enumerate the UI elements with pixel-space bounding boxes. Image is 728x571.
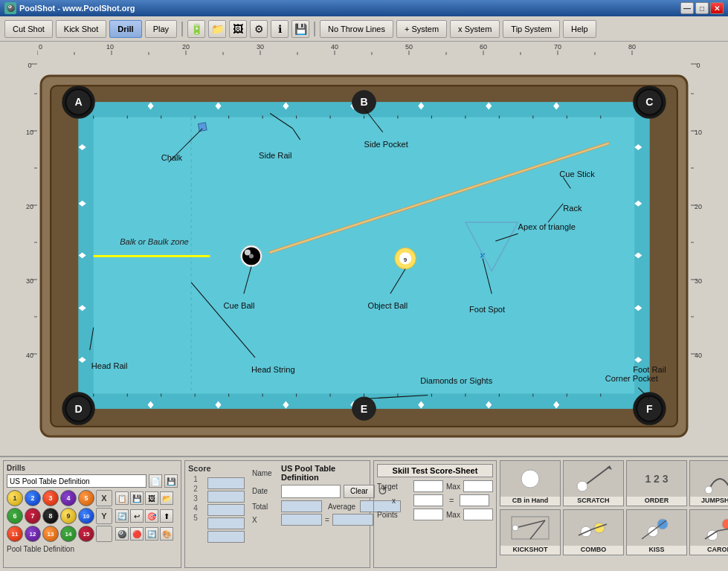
settings-icon-button[interactable]: ⚙ bbox=[250, 20, 268, 38]
help-button[interactable]: Help bbox=[563, 20, 596, 38]
svg-text:0: 0 bbox=[696, 62, 700, 69]
row-icon-5[interactable]: 🔄 bbox=[115, 509, 129, 523]
image-icon-button[interactable]: 🖼 bbox=[229, 20, 247, 38]
x-result-input[interactable] bbox=[332, 514, 373, 526]
row-icon-11[interactable]: 🔄 bbox=[145, 527, 158, 541]
ball-7[interactable]: 7 bbox=[25, 508, 41, 524]
scratch-card[interactable]: SCRATCH bbox=[563, 460, 624, 506]
date-label: Date bbox=[252, 487, 278, 495]
skill-test-title: Skill Test Score-Sheet bbox=[377, 464, 493, 477]
maximize-button[interactable]: □ bbox=[695, 2, 709, 14]
max-input-1[interactable] bbox=[463, 480, 493, 492]
ball-1[interactable]: 1 bbox=[7, 490, 23, 506]
skill-result-input[interactable] bbox=[460, 494, 489, 506]
row-icon-1[interactable]: 📋 bbox=[115, 491, 129, 505]
row-icon-12[interactable]: 🎨 bbox=[160, 527, 173, 541]
drill-name-input[interactable] bbox=[7, 474, 146, 488]
row-icon-6[interactable]: ↩ bbox=[130, 509, 144, 523]
close-button[interactable]: ✕ bbox=[710, 2, 724, 14]
total-input[interactable] bbox=[281, 500, 322, 512]
kiss-card[interactable]: KISS bbox=[626, 509, 687, 555]
target-input[interactable] bbox=[413, 480, 443, 492]
points-input[interactable] bbox=[413, 509, 443, 520]
row-icon-9[interactable]: 🎱 bbox=[115, 527, 129, 541]
drill-button[interactable]: Drill bbox=[109, 20, 141, 38]
combo-card[interactable]: COMBO bbox=[563, 509, 624, 555]
row-icon-2[interactable]: 💾 bbox=[130, 491, 144, 505]
ball-y-btn[interactable]: Y bbox=[96, 508, 112, 524]
score-num-1: 1 bbox=[188, 475, 203, 483]
ball-13[interactable]: 13 bbox=[42, 526, 59, 542]
shot-icons-row-2: KICKSHOT COMBO bbox=[500, 509, 728, 555]
ball-15[interactable]: 15 bbox=[78, 526, 94, 542]
ball-3[interactable]: 3 bbox=[42, 490, 59, 506]
row-icon-7[interactable]: 🎯 bbox=[145, 509, 158, 523]
ball-5[interactable]: 5 bbox=[78, 490, 94, 506]
folder-icon-button[interactable]: 📁 bbox=[208, 20, 226, 38]
jumpshot-card[interactable]: JUMPSHOT bbox=[689, 460, 728, 506]
drill-save-btn[interactable]: 📄 bbox=[149, 474, 162, 488]
tip-system-button[interactable]: Tip System bbox=[503, 20, 560, 38]
kickshot-img bbox=[500, 510, 560, 546]
no-throw-lines-button[interactable]: No Throw Lines bbox=[320, 20, 393, 38]
svg-text:1 2 3: 1 2 3 bbox=[645, 473, 668, 485]
ball-4[interactable]: 4 bbox=[60, 490, 77, 506]
order-label: ORDER bbox=[645, 497, 669, 504]
drill-name-row: 📄 💾 bbox=[7, 474, 178, 488]
row-icon-4[interactable]: 📂 bbox=[160, 491, 173, 505]
save-icon-button[interactable]: 💾 bbox=[291, 20, 309, 38]
play-button[interactable]: Play bbox=[145, 20, 177, 38]
svg-text:Corner Pocket: Corner Pocket bbox=[605, 374, 658, 383]
shot-icons-row-1: CB in Hand SCRATCH 1 2 bbox=[500, 460, 728, 506]
jumpshot-img bbox=[690, 461, 728, 497]
app-title: PoolShot - www.PoolShot.org bbox=[19, 4, 135, 13]
ball-6[interactable]: 6 bbox=[7, 508, 23, 524]
score-input-4[interactable] bbox=[207, 517, 245, 529]
score-input-2[interactable] bbox=[207, 491, 245, 503]
max-input-2[interactable] bbox=[463, 509, 493, 520]
clear-button[interactable]: Clear bbox=[344, 485, 375, 498]
score-input-5[interactable] bbox=[207, 531, 245, 543]
svg-text:A: A bbox=[74, 96, 82, 108]
date-input[interactable] bbox=[281, 485, 341, 498]
svg-text:20: 20 bbox=[695, 203, 702, 210]
svg-text:80: 80 bbox=[628, 43, 636, 51]
order-card[interactable]: 1 2 3 ORDER bbox=[626, 460, 687, 506]
svg-text:30: 30 bbox=[26, 277, 33, 285]
minimize-button[interactable]: — bbox=[680, 2, 694, 14]
ball-14[interactable]: 14 bbox=[60, 526, 77, 542]
ball-10[interactable]: 10 bbox=[78, 508, 94, 524]
row-icon-10[interactable]: 🔴 bbox=[130, 527, 144, 541]
plus-system-button[interactable]: + System bbox=[396, 20, 447, 38]
ball-12[interactable]: 12 bbox=[25, 526, 41, 542]
score-input-3[interactable] bbox=[207, 504, 245, 516]
carom-card[interactable]: CAROM bbox=[689, 509, 728, 555]
x-input[interactable] bbox=[281, 514, 322, 526]
svg-text:Object Ball: Object Ball bbox=[368, 301, 408, 310]
svg-text:Cue Ball: Cue Ball bbox=[224, 301, 255, 310]
score-title: Score bbox=[188, 464, 203, 473]
ball-9[interactable]: 9 bbox=[60, 508, 77, 524]
cut-shot-button[interactable]: Cut Shot bbox=[4, 20, 53, 38]
svg-text:40: 40 bbox=[26, 352, 33, 359]
row-icon-3[interactable]: 🖼 bbox=[145, 491, 158, 505]
power-icon-button[interactable]: 🔋 bbox=[187, 20, 205, 38]
ball-11[interactable]: 11 bbox=[7, 526, 23, 542]
ball-x-btn[interactable]: X bbox=[96, 490, 112, 506]
x-skill-input[interactable] bbox=[413, 494, 443, 506]
ruler-left: 0 10 20 30 40 bbox=[0, 57, 37, 456]
kickshot-card[interactable]: KICKSHOT bbox=[500, 509, 561, 555]
drill-open-btn[interactable]: 💾 bbox=[164, 474, 178, 488]
ball-2[interactable]: 2 bbox=[25, 490, 41, 506]
row-icon-8[interactable]: ⬆ bbox=[160, 509, 173, 523]
svg-rect-27 bbox=[0, 57, 37, 456]
kick-shot-button[interactable]: Kick Shot bbox=[56, 20, 106, 38]
score-num-2: 2 bbox=[188, 485, 203, 493]
info-icon-button[interactable]: ℹ bbox=[271, 20, 289, 38]
ball-8[interactable]: 8 bbox=[42, 508, 59, 524]
cb-in-hand-label: CB in Hand bbox=[512, 497, 549, 504]
x-system-button[interactable]: x System bbox=[450, 20, 500, 38]
cb-in-hand-card[interactable]: CB in Hand bbox=[500, 460, 561, 506]
max-label-2: Max bbox=[446, 511, 460, 519]
score-input-1[interactable] bbox=[207, 477, 245, 489]
